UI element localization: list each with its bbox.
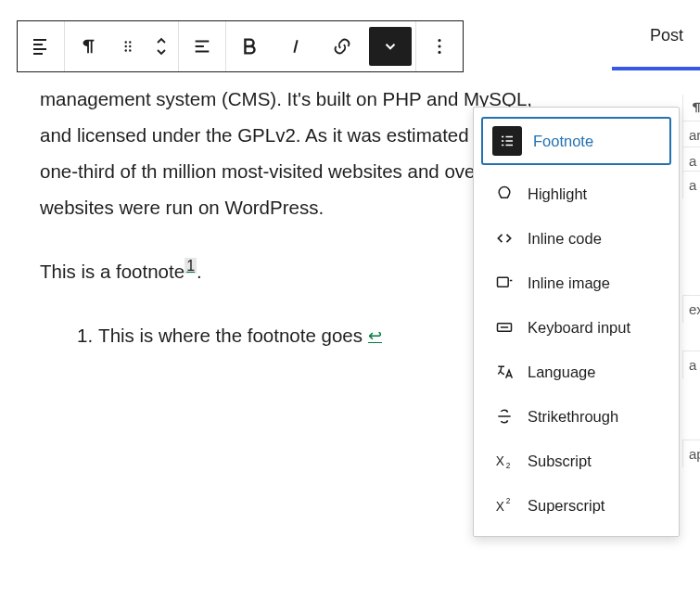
dropdown-item-keyboard-input[interactable]: Keyboard input — [481, 306, 671, 349]
subscript-icon: X 2 — [492, 449, 516, 473]
tab-post[interactable]: Post — [650, 26, 683, 45]
highlight-icon — [492, 182, 516, 206]
strikethrough-icon — [492, 404, 516, 428]
move-arrows-icon[interactable] — [145, 21, 178, 71]
dropdown-label: Inline image — [528, 274, 610, 292]
footnote-backlink-icon[interactable]: ↩ — [368, 320, 382, 351]
dropdown-label: Highlight — [528, 185, 587, 203]
svg-point-5 — [129, 49, 131, 51]
toolbar-group-block — [18, 21, 65, 71]
text-run: . — [197, 261, 202, 282]
footnote-text[interactable]: This is where the footnote goes — [98, 318, 363, 354]
dropdown-item-superscript[interactable]: X 2 Superscript — [481, 484, 671, 527]
svg-text:2: 2 — [506, 462, 511, 470]
svg-text:2: 2 — [506, 497, 511, 505]
footnote-ref[interactable]: 1 — [185, 258, 197, 274]
dropdown-label: Keyboard input — [528, 319, 630, 337]
drag-handle-icon[interactable] — [111, 21, 145, 71]
block-toolbar — [17, 20, 464, 72]
toolbar-group-align — [179, 21, 226, 71]
svg-point-2 — [125, 45, 127, 47]
dropdown-label: Language — [528, 363, 595, 381]
toolbar-group-options — [416, 21, 463, 71]
svg-text:X: X — [496, 500, 504, 514]
list-block-icon[interactable] — [18, 21, 64, 71]
footnote-icon — [492, 126, 522, 156]
more-formats-button[interactable] — [369, 27, 412, 66]
svg-point-8 — [438, 51, 440, 54]
tab-underline — [612, 67, 700, 70]
sidebar-fragment: a — [682, 351, 700, 378]
sidebar-fragment: ap — [682, 440, 700, 467]
svg-point-3 — [129, 45, 131, 47]
dropdown-label: Superscript — [528, 497, 605, 515]
svg-point-0 — [125, 41, 127, 43]
align-icon[interactable] — [179, 21, 225, 71]
paragraph-icon[interactable] — [65, 21, 111, 71]
format-dropdown: Footnote Highlight Inline code Inline im… — [473, 107, 680, 537]
dropdown-item-strikethrough[interactable]: Strikethrough — [481, 395, 671, 438]
svg-text:X: X — [496, 454, 504, 468]
keyboard-icon — [492, 315, 516, 339]
dropdown-item-subscript[interactable]: X 2 Subscript — [481, 440, 671, 482]
bold-button[interactable] — [226, 21, 273, 71]
text-run: This is a footnote — [40, 261, 185, 282]
link-button[interactable] — [319, 21, 365, 71]
toolbar-group-transform — [65, 21, 179, 71]
svg-point-1 — [129, 41, 131, 43]
dropdown-item-inline-image[interactable]: Inline image — [481, 261, 671, 304]
svg-point-4 — [125, 49, 127, 51]
svg-point-7 — [438, 45, 440, 47]
language-icon — [492, 360, 516, 384]
dropdown-item-language[interactable]: Language — [481, 351, 671, 393]
dropdown-item-inline-code[interactable]: Inline code — [481, 217, 671, 260]
image-icon — [492, 271, 516, 295]
dropdown-item-highlight[interactable]: Highlight — [481, 172, 671, 215]
italic-button[interactable] — [273, 21, 319, 71]
superscript-icon: X 2 — [492, 493, 516, 517]
footnote-number: 1. — [77, 318, 93, 354]
svg-point-6 — [438, 39, 440, 42]
code-icon — [492, 226, 516, 250]
svg-rect-9 — [498, 277, 509, 287]
dropdown-label: Strikethrough — [528, 408, 618, 426]
dropdown-item-footnote[interactable]: Footnote — [481, 117, 671, 165]
dropdown-label: Inline code — [528, 230, 602, 248]
dropdown-label: Subscript — [528, 453, 592, 470]
dropdown-label: Footnote — [533, 133, 593, 150]
options-button[interactable] — [416, 21, 463, 71]
toolbar-group-format — [226, 21, 416, 71]
